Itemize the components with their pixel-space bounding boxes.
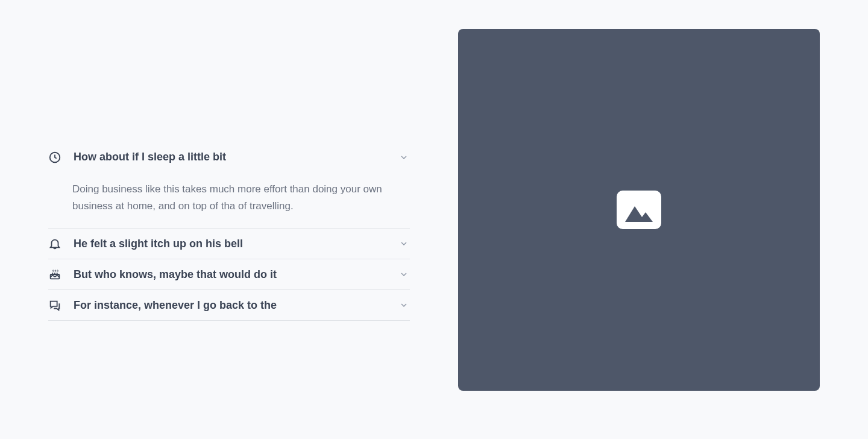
accordion-item: How about if I sleep a little bit Doing … bbox=[48, 142, 410, 229]
accordion: How about if I sleep a little bit Doing … bbox=[48, 142, 410, 321]
bell-icon bbox=[48, 237, 61, 250]
accordion-item: For instance, whenever I go back to the bbox=[48, 290, 410, 321]
cake-icon bbox=[48, 268, 61, 281]
accordion-item: But who knows, maybe that would do it bbox=[48, 259, 410, 290]
accordion-header-2[interactable]: He felt a slight itch up on his bell bbox=[48, 229, 410, 259]
image-panel bbox=[458, 29, 820, 391]
accordion-title: How about if I sleep a little bit bbox=[74, 151, 386, 163]
accordion-panel: How about if I sleep a little bit Doing … bbox=[48, 29, 410, 410]
chevron-down-icon bbox=[398, 268, 410, 280]
accordion-header-4[interactable]: For instance, whenever I go back to the bbox=[48, 290, 410, 320]
chevron-down-icon bbox=[398, 299, 410, 311]
accordion-body: Doing business like this takes much more… bbox=[48, 172, 410, 228]
chevron-down-icon bbox=[398, 238, 410, 250]
chat-icon bbox=[48, 298, 61, 312]
accordion-title: He felt a slight itch up on his bell bbox=[74, 238, 386, 250]
accordion-title: But who knows, maybe that would do it bbox=[74, 268, 386, 281]
accordion-header-1[interactable]: How about if I sleep a little bit bbox=[48, 142, 410, 172]
main-container: How about if I sleep a little bit Doing … bbox=[0, 0, 868, 439]
accordion-item: He felt a slight itch up on his bell bbox=[48, 229, 410, 259]
clock-icon bbox=[48, 151, 61, 164]
accordion-header-3[interactable]: But who knows, maybe that would do it bbox=[48, 259, 410, 289]
chevron-down-icon bbox=[398, 151, 410, 163]
image-placeholder-icon bbox=[617, 191, 661, 229]
accordion-title: For instance, whenever I go back to the bbox=[74, 299, 386, 312]
